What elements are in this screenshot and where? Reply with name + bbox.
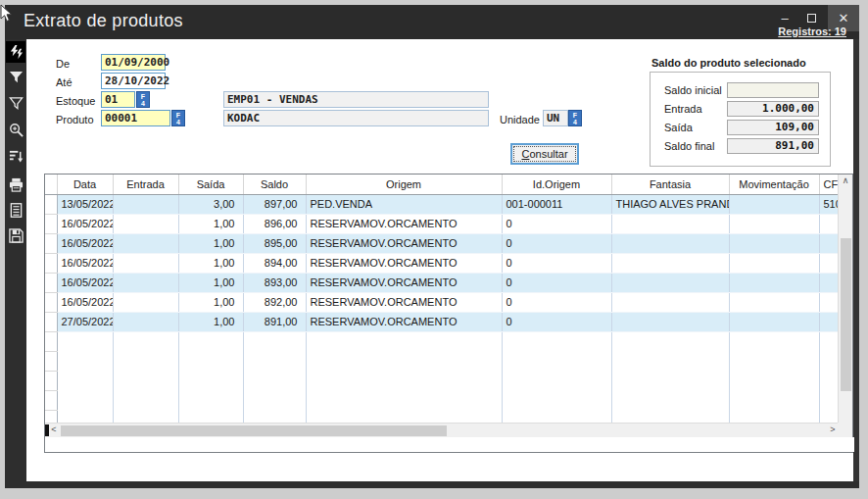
refresh-button[interactable] xyxy=(6,41,25,63)
table-row[interactable]: 16/05/20221,00895,00RESERVAMOV.ORCAMENTO… xyxy=(45,233,839,253)
cell-saldo[interactable]: 895,00 xyxy=(243,233,306,253)
cell-origem[interactable]: RESERVAMOV.ORCAMENTO xyxy=(306,273,502,292)
cell-cfop[interactable] xyxy=(819,214,839,233)
cell-saida[interactable]: 1,00 xyxy=(178,253,243,273)
horizontal-scrollbar-thumb[interactable] xyxy=(61,425,447,436)
column-header-fantasia[interactable]: Fantasia xyxy=(611,175,729,194)
column-header-saldo[interactable]: Saldo xyxy=(243,175,306,194)
cell-origem[interactable]: RESERVAMOV.ORCAMENTO xyxy=(306,292,502,312)
sort-button[interactable] xyxy=(6,145,25,167)
table-row[interactable]: 16/05/20221,00896,00RESERVAMOV.ORCAMENTO… xyxy=(45,214,839,233)
cell-fantasia[interactable] xyxy=(611,233,729,253)
scroll-up-icon[interactable]: ∧ xyxy=(839,175,852,188)
cell-cfop[interactable] xyxy=(819,312,839,331)
column-header-movimentacao[interactable]: Movimentação xyxy=(729,175,819,194)
table-row[interactable]: 16/05/20221,00892,00RESERVAMOV.ORCAMENTO… xyxy=(45,292,839,312)
zoom-button[interactable] xyxy=(6,119,25,140)
horizontal-scrollbar[interactable]: < > xyxy=(45,423,840,437)
cell-data[interactable]: 16/05/2022 xyxy=(57,273,113,292)
cell-cfop[interactable]: 5102 xyxy=(819,194,839,214)
print-button[interactable] xyxy=(6,174,25,195)
cell-data[interactable]: 16/05/2022 xyxy=(57,233,113,253)
cell-saldo[interactable]: 891,00 xyxy=(243,312,306,331)
registros-link[interactable]: Registros: 19 xyxy=(778,25,846,37)
vertical-scrollbar-thumb[interactable] xyxy=(841,238,851,391)
de-field[interactable]: 01/09/2000 xyxy=(101,54,166,71)
save-button[interactable] xyxy=(6,225,25,246)
cell-id-origem[interactable]: 0 xyxy=(502,233,611,253)
cell-saida[interactable]: 1,00 xyxy=(178,273,243,292)
cell-movimentacao[interactable] xyxy=(729,312,819,331)
cell-origem[interactable]: RESERVAMOV.ORCAMENTO xyxy=(306,312,502,331)
column-header-saida[interactable]: Saída xyxy=(178,175,243,194)
cell-origem[interactable]: RESERVAMOV.ORCAMENTO xyxy=(306,233,502,253)
cell-fantasia[interactable] xyxy=(611,292,729,312)
filter-clear-button[interactable] xyxy=(6,92,25,114)
cell-data[interactable]: 16/05/2022 xyxy=(57,292,113,312)
cell-cfop[interactable] xyxy=(819,292,839,312)
cell-saldo[interactable]: 893,00 xyxy=(243,273,306,292)
cell-saida[interactable]: 1,00 xyxy=(178,233,243,253)
cell-cfop[interactable] xyxy=(819,273,839,292)
cell-id-origem[interactable]: 001-000011 xyxy=(502,194,611,214)
cell-movimentacao[interactable] xyxy=(729,273,819,292)
produto-lookup-button[interactable]: F4 xyxy=(171,110,185,126)
cell-origem[interactable]: RESERVAMOV.ORCAMENTO xyxy=(306,214,502,233)
table-row[interactable]: 27/05/20221,00891,00RESERVAMOV.ORCAMENTO… xyxy=(45,312,839,331)
cell-saldo[interactable]: 894,00 xyxy=(243,253,306,273)
cell-data[interactable]: 13/05/2022 xyxy=(57,194,113,214)
cell-saida[interactable]: 1,00 xyxy=(178,214,243,233)
cell-entrada[interactable] xyxy=(113,292,178,312)
cell-origem[interactable]: PED.VENDA xyxy=(306,194,502,214)
cell-id-origem[interactable]: 0 xyxy=(502,273,611,292)
column-header-cfop[interactable]: CFOP xyxy=(819,175,839,194)
cell-saldo[interactable]: 892,00 xyxy=(243,292,306,312)
scroll-left-icon[interactable]: < xyxy=(47,424,61,437)
cell-fantasia[interactable]: THIAGO ALVES PRANDO xyxy=(611,194,729,214)
column-header-origem[interactable]: Origem xyxy=(306,175,502,194)
cell-data[interactable]: 16/05/2022 xyxy=(57,253,113,273)
cell-cfop[interactable] xyxy=(819,253,839,273)
cell-data[interactable]: 16/05/2022 xyxy=(57,214,113,233)
cell-origem[interactable]: RESERVAMOV.ORCAMENTO xyxy=(306,253,502,273)
table-row[interactable]: 13/05/20223,00897,00PED.VENDA001-000011T… xyxy=(45,194,839,214)
column-header-entrada[interactable]: Entrada xyxy=(113,175,178,194)
cell-movimentacao[interactable] xyxy=(729,292,819,312)
cell-movimentacao[interactable] xyxy=(729,253,819,273)
cell-saldo[interactable]: 896,00 xyxy=(243,214,306,233)
estoque-field[interactable]: 01 xyxy=(101,91,135,108)
cell-entrada[interactable] xyxy=(113,233,178,253)
ate-field[interactable]: 28/10/2022 xyxy=(101,73,166,89)
cell-id-origem[interactable]: 0 xyxy=(502,312,611,331)
cell-fantasia[interactable] xyxy=(611,273,729,292)
cell-saldo[interactable]: 897,00 xyxy=(243,194,306,214)
vertical-scrollbar[interactable]: ∧ ∨ xyxy=(838,175,852,437)
cell-fantasia[interactable] xyxy=(611,214,729,233)
cell-movimentacao[interactable] xyxy=(729,214,819,233)
cell-id-origem[interactable]: 0 xyxy=(502,292,611,312)
cell-fantasia[interactable] xyxy=(611,312,729,331)
estoque-lookup-button[interactable]: F4 xyxy=(136,91,150,108)
cell-entrada[interactable] xyxy=(113,312,178,331)
cell-entrada[interactable] xyxy=(113,214,178,233)
cell-entrada[interactable] xyxy=(113,194,178,214)
cell-saida[interactable]: 1,00 xyxy=(178,292,243,312)
column-header-id-origem[interactable]: Id.Origem xyxy=(502,175,611,194)
consultar-button[interactable]: Consultar xyxy=(510,143,579,165)
cell-entrada[interactable] xyxy=(113,253,178,273)
table-row[interactable]: 16/05/20221,00894,00RESERVAMOV.ORCAMENTO… xyxy=(45,253,839,273)
cell-data[interactable]: 27/05/2022 xyxy=(57,312,113,331)
cell-cfop[interactable] xyxy=(819,233,839,253)
column-header-data[interactable]: Data xyxy=(57,175,113,194)
cell-saida[interactable]: 1,00 xyxy=(178,312,243,331)
table-row[interactable]: 16/05/20221,00893,00RESERVAMOV.ORCAMENTO… xyxy=(45,273,839,292)
report-button[interactable] xyxy=(6,199,25,221)
cell-movimentacao[interactable] xyxy=(729,194,819,214)
cell-id-origem[interactable]: 0 xyxy=(502,253,611,273)
filter-button[interactable] xyxy=(6,66,25,87)
cell-fantasia[interactable] xyxy=(611,253,729,273)
cell-saida[interactable]: 3,00 xyxy=(178,194,243,214)
unidade-lookup-button[interactable]: F4 xyxy=(568,110,582,126)
cell-entrada[interactable] xyxy=(113,273,178,292)
cell-movimentacao[interactable] xyxy=(729,233,819,253)
